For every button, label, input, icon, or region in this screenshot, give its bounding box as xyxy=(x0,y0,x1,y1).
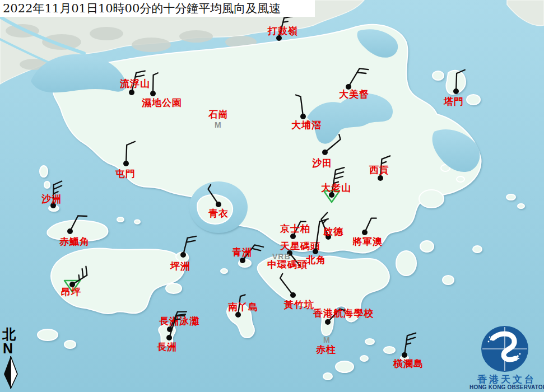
station-dot xyxy=(150,91,156,96)
station-dot xyxy=(313,249,318,254)
station-label: 塔門 xyxy=(443,96,464,107)
station-dot xyxy=(300,114,306,119)
station-label: 赤鱲角 xyxy=(59,236,90,247)
station-dot xyxy=(123,161,129,166)
station-label: 青洲 xyxy=(232,246,252,258)
station-dot xyxy=(325,319,331,325)
station-dot xyxy=(180,252,186,258)
hko-logo: 香港天文台 HONG KONG OBSERVATORY xyxy=(469,324,544,392)
station-label: 北角 xyxy=(305,254,326,265)
station-label: 大埔滘 xyxy=(291,119,322,130)
station-label: 流浮山 xyxy=(119,78,150,89)
station-label: 橫瀾島 xyxy=(393,358,424,369)
station-dot xyxy=(216,202,221,207)
north-arrow-icon xyxy=(1,355,24,390)
wind-map-screenshot: 打鼓嶺流浮山濕地公園M石崗大美督大埔滘塔門沙田西貢大老山屯門沙洲青衣赤鱲角昂坪坪… xyxy=(0,0,544,392)
station-dot xyxy=(67,228,73,234)
compass-label-cn: 北 xyxy=(1,327,24,342)
station-label: 濕地公園 xyxy=(141,97,182,108)
station-label: 京士柏 xyxy=(280,223,310,234)
station-dot xyxy=(362,230,368,235)
station-label: 啟德 xyxy=(323,226,343,237)
station-label: 黃竹坑 xyxy=(283,299,314,310)
station-dot xyxy=(240,258,245,263)
station-label: 大美督 xyxy=(339,88,369,100)
station-label: 赤柱 xyxy=(315,344,336,355)
station-label: 沙田 xyxy=(311,157,332,169)
title-bar: 2022年11月01日10時00分的十分鐘平均風向及風速 xyxy=(0,0,315,17)
station-label: 香港航海學校 xyxy=(313,307,374,319)
station-dot xyxy=(453,88,459,94)
hko-name-chinese: 香港天文台 xyxy=(469,374,544,384)
station-label: 屯門 xyxy=(115,168,136,179)
compass-label-en: N xyxy=(1,342,24,355)
north-compass: 北 N xyxy=(1,327,24,392)
station-label: 坪洲 xyxy=(170,260,190,272)
station-label: 沙洲 xyxy=(41,193,62,204)
map-canvas: 打鼓嶺流浮山濕地公園M石崗大美督大埔滘塔門沙田西貢大老山屯門沙洲青衣赤鱲角昂坪坪… xyxy=(0,0,544,392)
station-label: 將軍澳 xyxy=(352,236,383,247)
station-dot xyxy=(166,335,172,340)
station-dot xyxy=(290,234,296,239)
station-label: 長洲泳灘 xyxy=(159,315,199,326)
station-dot xyxy=(129,90,134,95)
station-label: 大老山 xyxy=(321,182,351,193)
station-dot xyxy=(290,292,296,298)
hko-logo-icon xyxy=(469,324,544,374)
missing-data-marker: M xyxy=(215,120,222,129)
station-dot xyxy=(235,312,241,318)
station-dot xyxy=(378,175,383,181)
station-label: 昂坪 xyxy=(61,286,81,297)
station-central-pier: 中環碼頭 xyxy=(267,259,308,270)
station-label: 南丫島 xyxy=(228,301,258,312)
station-label: 石崗 xyxy=(208,109,229,120)
station-label: 中環碼頭 xyxy=(267,259,308,270)
station-label: 打鼓嶺 xyxy=(267,25,298,36)
station-label: 青衣 xyxy=(208,208,229,219)
hko-name-english: HONG KONG OBSERVATORY xyxy=(469,384,544,391)
station-label: 長洲 xyxy=(157,341,177,352)
map-title: 2022年11月01日10時00分的十分鐘平均風向及風速 xyxy=(0,0,315,17)
station-dot xyxy=(402,352,407,358)
missing-data-marker: M xyxy=(323,335,331,344)
station-dot xyxy=(322,150,328,155)
station-label: 西貢 xyxy=(369,164,389,175)
